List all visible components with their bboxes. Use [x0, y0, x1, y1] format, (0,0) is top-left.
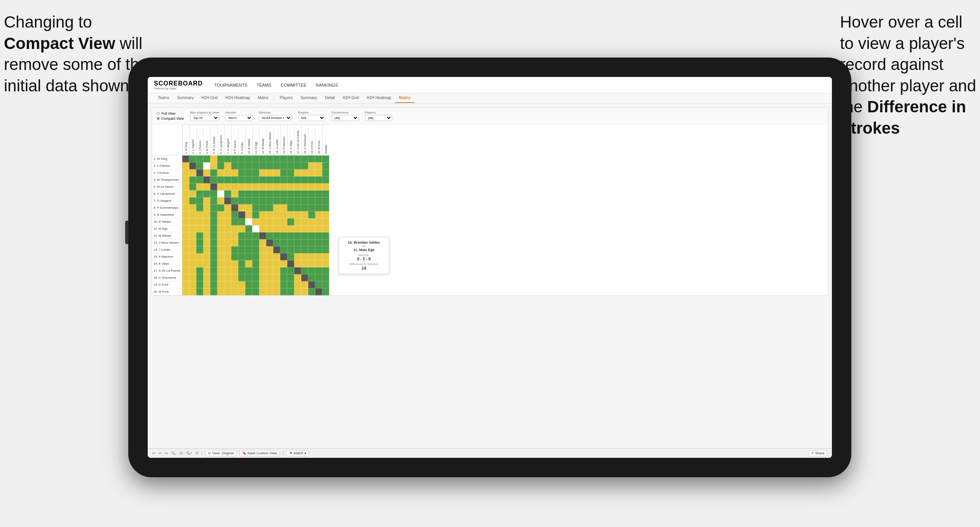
cell-r7-c4[interactable] — [203, 197, 210, 204]
cell-r18-c12[interactable] — [259, 274, 266, 281]
toolbar-watch[interactable]: 👁 Watch ▾ — [286, 450, 309, 456]
cell-r19-c2[interactable] — [189, 281, 196, 288]
cell-r6-c5[interactable] — [210, 190, 217, 197]
cell-r5-c19[interactable] — [308, 183, 315, 190]
cell-r9-c4[interactable] — [203, 211, 210, 218]
cell-r13-c15[interactable] — [280, 239, 287, 246]
cell-r18-c16[interactable] — [287, 274, 294, 281]
cell-r10-c21[interactable] — [322, 218, 329, 225]
tab-matrix2[interactable]: Matrix — [395, 93, 414, 103]
cell-r7-c3[interactable] — [196, 197, 203, 204]
cell-r14-c21[interactable] — [322, 246, 329, 253]
cell-r1-c15[interactable] — [280, 155, 287, 162]
cell-r17-c8[interactable] — [231, 267, 238, 274]
cell-r2-c15[interactable] — [280, 162, 287, 169]
cell-r11-c15[interactable] — [280, 225, 287, 232]
cell-r20-c9[interactable] — [238, 288, 245, 295]
toolbar-zoom-in[interactable]: 🔍+ — [186, 451, 192, 455]
cell-r5-c12[interactable] — [259, 183, 266, 190]
cell-r4-c16[interactable] — [287, 176, 294, 183]
cell-r11-c13[interactable] — [266, 225, 273, 232]
cell-r17-c10[interactable] — [245, 267, 252, 274]
cell-r13-c11[interactable] — [252, 239, 259, 246]
cell-r15-c14[interactable] — [273, 253, 280, 260]
cell-r6-c21[interactable] — [322, 190, 329, 197]
cell-r7-c7[interactable] — [224, 197, 231, 204]
cell-r2-c17[interactable] — [294, 162, 301, 169]
cell-r4-c14[interactable] — [273, 176, 280, 183]
toolbar-clock[interactable]: ⏱ — [195, 451, 199, 455]
cell-r11-c9[interactable] — [238, 225, 245, 232]
cell-r4-c6[interactable] — [217, 176, 224, 183]
cell-r4-c12[interactable] — [259, 176, 266, 183]
cell-r13-c2[interactable] — [189, 239, 196, 246]
cell-r20-c14[interactable] — [273, 288, 280, 295]
cell-r4-c20[interactable] — [315, 176, 322, 183]
cell-r3-c12[interactable] — [259, 169, 266, 176]
cell-r18-c20[interactable] — [315, 274, 322, 281]
cell-r8-c2[interactable] — [189, 204, 196, 211]
cell-r6-c3[interactable] — [196, 190, 203, 197]
cell-r3-c13[interactable] — [266, 169, 273, 176]
cell-r11-c19[interactable] — [308, 225, 315, 232]
cell-r17-c11[interactable] — [252, 267, 259, 274]
cell-r13-c9[interactable] — [238, 239, 245, 246]
cell-r14-c9[interactable] — [238, 246, 245, 253]
cell-r8-c13[interactable] — [266, 204, 273, 211]
tab-detail[interactable]: Detail — [321, 93, 339, 103]
tab-matrix[interactable]: Matrix — [254, 93, 272, 103]
cell-r16-c8[interactable] — [231, 260, 238, 267]
cell-r15-c18[interactable] — [301, 253, 308, 260]
cell-r5-c10[interactable] — [245, 183, 252, 190]
cell-r12-c19[interactable] — [308, 232, 315, 239]
cell-r2-c4[interactable] — [203, 162, 210, 169]
cell-r3-c18[interactable] — [301, 169, 308, 176]
cell-r1-c4[interactable] — [203, 155, 210, 162]
tab-summary[interactable]: Summary — [173, 93, 197, 103]
cell-r14-c7[interactable] — [224, 246, 231, 253]
cell-r16-c2[interactable] — [189, 260, 196, 267]
cell-r14-c6[interactable] — [217, 246, 224, 253]
cell-r14-c4[interactable] — [203, 246, 210, 253]
cell-r17-c6[interactable] — [217, 267, 224, 274]
cell-r20-c8[interactable] — [231, 288, 238, 295]
cell-r20-c12[interactable] — [259, 288, 266, 295]
cell-r10-c10[interactable] — [245, 218, 252, 225]
tab-h2h-grid[interactable]: H2H Grid — [197, 93, 222, 103]
cell-r5-c11[interactable] — [252, 183, 259, 190]
cell-r13-c12[interactable] — [259, 239, 266, 246]
cell-r9-c8[interactable] — [231, 211, 238, 218]
cell-r5-c5[interactable] — [210, 183, 217, 190]
cell-r5-c1[interactable] — [182, 183, 189, 190]
cell-r15-c16[interactable] — [287, 253, 294, 260]
cell-r7-c5[interactable] — [210, 197, 217, 204]
cell-r12-c9[interactable] — [238, 232, 245, 239]
cell-r18-c18[interactable] — [301, 274, 308, 281]
cell-r9-c17[interactable] — [294, 211, 301, 218]
cell-r19-c8[interactable] — [231, 281, 238, 288]
matrix-container[interactable]: 1. W Ding 2. L Clanton 3. J Koivun 4. M … — [152, 124, 828, 295]
cell-r8-c10[interactable] — [245, 204, 252, 211]
cell-r14-c11[interactable] — [252, 246, 259, 253]
cell-r19-c11[interactable] — [252, 281, 259, 288]
cell-r19-c14[interactable] — [273, 281, 280, 288]
cell-r19-c19[interactable] — [308, 281, 315, 288]
cell-r8-c20[interactable] — [315, 204, 322, 211]
cell-r5-c13[interactable] — [266, 183, 273, 190]
cell-r6-c10[interactable] — [245, 190, 252, 197]
cell-r17-c12[interactable] — [259, 267, 266, 274]
cell-r1-c3[interactable] — [196, 155, 203, 162]
cell-r17-c14[interactable] — [273, 267, 280, 274]
cell-r15-c15[interactable] — [280, 253, 287, 260]
cell-r1-c12[interactable] — [259, 155, 266, 162]
cell-r9-c12[interactable] — [259, 211, 266, 218]
tab-players[interactable]: Players — [276, 93, 297, 103]
cell-r10-c1[interactable] — [182, 218, 189, 225]
cell-r5-c7[interactable] — [224, 183, 231, 190]
cell-r16-c7[interactable] — [224, 260, 231, 267]
cell-r14-c1[interactable] — [182, 246, 189, 253]
cell-r12-c18[interactable] — [301, 232, 308, 239]
cell-r11-c1[interactable] — [182, 225, 189, 232]
cell-r10-c2[interactable] — [189, 218, 196, 225]
cell-r16-c3[interactable] — [196, 260, 203, 267]
